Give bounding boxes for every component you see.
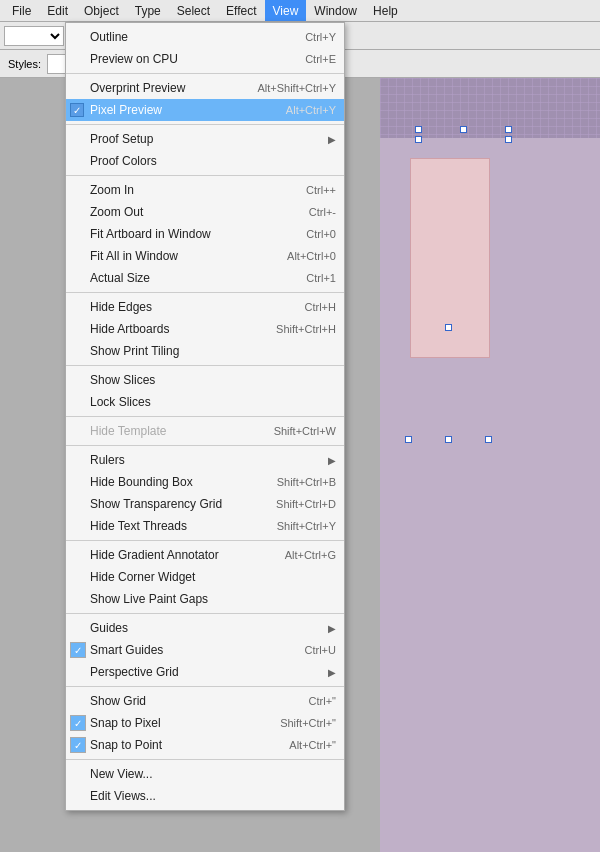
sep-5 (66, 365, 344, 366)
actual-size-label: Actual Size (90, 271, 286, 285)
menubar-item-file[interactable]: File (4, 0, 39, 21)
hide-artboards-label: Hide Artboards (90, 322, 256, 336)
menu-item-hide-text-threads[interactable]: Hide Text Threads Shift+Ctrl+Y (66, 515, 344, 537)
gradient-annotator-label: Hide Gradient Annotator (90, 548, 265, 562)
new-view-label: New View... (90, 767, 336, 781)
hide-text-threads-label: Hide Text Threads (90, 519, 257, 533)
menu-item-zoom-in[interactable]: Zoom In Ctrl++ (66, 179, 344, 201)
zoom-in-label: Zoom In (90, 183, 286, 197)
hide-edges-label: Hide Edges (90, 300, 285, 314)
sel-br (485, 436, 492, 443)
menu-item-fit-artboard[interactable]: Fit Artboard in Window Ctrl+0 (66, 223, 344, 245)
sel-bl (405, 436, 412, 443)
menu-item-actual-size[interactable]: Actual Size Ctrl+1 (66, 267, 344, 289)
fit-artboard-label: Fit Artboard in Window (90, 227, 286, 241)
sel-tm (445, 324, 452, 331)
menubar-item-effect[interactable]: Effect (218, 0, 264, 21)
menubar-item-type[interactable]: Type (127, 0, 169, 21)
menu-item-outline[interactable]: Outline Ctrl+Y (66, 26, 344, 48)
menubar-item-help[interactable]: Help (365, 0, 406, 21)
guides-arrow: ▶ (328, 623, 336, 634)
transparency-grid-label: Show Transparency Grid (90, 497, 256, 511)
menubar-effect-label: Effect (226, 4, 256, 18)
actual-size-shortcut: Ctrl+1 (306, 272, 336, 284)
menu-item-show-live-paint-gaps[interactable]: Show Live Paint Gaps (66, 588, 344, 610)
show-grid-label: Show Grid (90, 694, 289, 708)
menu-item-smart-guides[interactable]: Smart Guides Ctrl+U (66, 639, 344, 661)
menu-item-overprint[interactable]: Overprint Preview Alt+Shift+Ctrl+Y (66, 77, 344, 99)
menubar-file-label: File (12, 4, 31, 18)
selection-handle-ml (415, 136, 422, 143)
hide-text-threads-shortcut: Shift+Ctrl+Y (277, 520, 336, 532)
selection-handle-tc (460, 126, 467, 133)
menu-item-hide-corner-widget[interactable]: Hide Corner Widget (66, 566, 344, 588)
menu-item-guides[interactable]: Guides ▶ (66, 617, 344, 639)
show-grid-shortcut: Ctrl+" (309, 695, 336, 707)
menubar-item-edit[interactable]: Edit (39, 0, 76, 21)
menu-item-show-transparency-grid[interactable]: Show Transparency Grid Shift+Ctrl+D (66, 493, 344, 515)
menu-item-fit-all[interactable]: Fit All in Window Alt+Ctrl+0 (66, 245, 344, 267)
live-paint-gaps-label: Show Live Paint Gaps (90, 592, 336, 606)
selection-handle-mr (505, 136, 512, 143)
snap-to-point-shortcut: Alt+Ctrl+" (289, 739, 336, 751)
menubar-object-label: Object (84, 4, 119, 18)
menubar-window-label: Window (314, 4, 357, 18)
selection-handle-tr (505, 126, 512, 133)
menubar-item-select[interactable]: Select (169, 0, 218, 21)
menu-item-proof-colors[interactable]: Proof Colors (66, 150, 344, 172)
pixel-preview-check: ✓ (70, 103, 84, 117)
gradient-annotator-shortcut: Alt+Ctrl+G (285, 549, 336, 561)
menubar-item-window[interactable]: Window (306, 0, 365, 21)
menubar-select-label: Select (177, 4, 210, 18)
proof-setup-arrow: ▶ (328, 134, 336, 145)
menu-item-proof-setup[interactable]: Proof Setup ▶ (66, 128, 344, 150)
snap-to-pixel-shortcut: Shift+Ctrl+" (280, 717, 336, 729)
sep-8 (66, 540, 344, 541)
doc-select[interactable] (4, 26, 64, 46)
selection-handle-tl (415, 126, 422, 133)
menubar-help-label: Help (373, 4, 398, 18)
menu-item-rulers[interactable]: Rulers ▶ (66, 449, 344, 471)
menu-item-preview-cpu[interactable]: Preview on CPU Ctrl+E (66, 48, 344, 70)
transparency-grid-shortcut: Shift+Ctrl+D (276, 498, 336, 510)
sep-4 (66, 292, 344, 293)
menu-item-snap-to-point[interactable]: Snap to Point Alt+Ctrl+" (66, 734, 344, 756)
smart-guides-checkbox (70, 642, 86, 658)
sep-1 (66, 73, 344, 74)
menu-item-lock-slices[interactable]: Lock Slices (66, 391, 344, 413)
menubar-item-object[interactable]: Object (76, 0, 127, 21)
sep-7 (66, 445, 344, 446)
menu-item-snap-to-pixel[interactable]: Snap to Pixel Shift+Ctrl+" (66, 712, 344, 734)
sep-10 (66, 686, 344, 687)
menu-item-new-view[interactable]: New View... (66, 763, 344, 785)
rulers-label: Rulers (90, 453, 324, 467)
artboard-top-bar (380, 78, 600, 138)
menu-item-zoom-out[interactable]: Zoom Out Ctrl+- (66, 201, 344, 223)
menu-item-perspective-grid[interactable]: Perspective Grid ▶ (66, 661, 344, 683)
menu-item-hide-gradient-annotator[interactable]: Hide Gradient Annotator Alt+Ctrl+G (66, 544, 344, 566)
sel-bm (445, 436, 452, 443)
menu-item-hide-edges[interactable]: Hide Edges Ctrl+H (66, 296, 344, 318)
show-print-tiling-label: Show Print Tiling (90, 344, 336, 358)
menu-item-hide-bounding-box[interactable]: Hide Bounding Box Shift+Ctrl+B (66, 471, 344, 493)
menu-item-show-print-tiling[interactable]: Show Print Tiling (66, 340, 344, 362)
menu-item-hide-artboards[interactable]: Hide Artboards Shift+Ctrl+H (66, 318, 344, 340)
hide-bounding-box-label: Hide Bounding Box (90, 475, 257, 489)
menu-item-show-grid[interactable]: Show Grid Ctrl+" (66, 690, 344, 712)
hide-artboards-shortcut: Shift+Ctrl+H (276, 323, 336, 335)
proof-colors-label: Proof Colors (90, 154, 336, 168)
outline-shortcut: Ctrl+Y (305, 31, 336, 43)
styles-label: Styles: (8, 58, 41, 70)
menu-item-pixel-preview[interactable]: ✓ Pixel Preview Alt+Ctrl+Y (66, 99, 344, 121)
show-slices-label: Show Slices (90, 373, 336, 387)
menubar-item-view[interactable]: View (265, 0, 307, 21)
menu-item-show-slices[interactable]: Show Slices (66, 369, 344, 391)
sep-2 (66, 124, 344, 125)
snap-to-pixel-label: Snap to Pixel (90, 716, 260, 730)
menu-item-edit-views[interactable]: Edit Views... (66, 785, 344, 807)
menubar-edit-label: Edit (47, 4, 68, 18)
lock-slices-label: Lock Slices (90, 395, 336, 409)
sep-11 (66, 759, 344, 760)
hide-template-label: Hide Template (90, 424, 254, 438)
pixel-preview-label: Pixel Preview (90, 103, 266, 117)
